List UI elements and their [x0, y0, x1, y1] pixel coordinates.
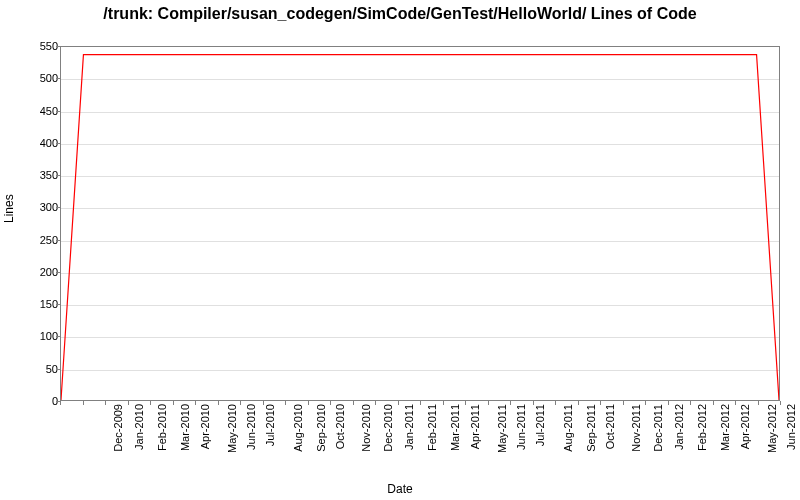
x-tick-mark: [150, 401, 151, 405]
x-tick-label: Aug-2010: [292, 404, 304, 452]
x-tick-label: Jun-2012: [785, 404, 797, 450]
x-tick-mark: [510, 401, 511, 405]
x-tick-mark: [375, 401, 376, 405]
x-tick-mark: [555, 401, 556, 405]
y-axis-label: Lines: [2, 194, 16, 223]
x-tick-mark: [465, 401, 466, 405]
x-tick-label: Jan-2012: [672, 404, 684, 450]
x-tick-label: Aug-2011: [562, 404, 574, 452]
y-tick-label: 400: [28, 137, 58, 148]
x-tick-label: Sep-2010: [314, 404, 326, 452]
x-tick-label: Dec-2009: [112, 404, 124, 452]
x-tick-mark: [240, 401, 241, 405]
x-axis-label: Date: [0, 482, 800, 496]
x-tick-mark: [420, 401, 421, 405]
y-tick-label: 200: [28, 266, 58, 277]
chart-container: /trunk: Compiler/susan_codegen/SimCode/G…: [0, 0, 800, 500]
x-tick-mark: [488, 401, 489, 405]
x-tick-mark: [218, 401, 219, 405]
x-tick-mark: [600, 401, 601, 405]
x-tick-mark: [173, 401, 174, 405]
x-tick-mark: [533, 401, 534, 405]
y-tick-label: 0: [28, 396, 58, 407]
x-tick-label: Jul-2011: [534, 404, 546, 446]
chart-title: /trunk: Compiler/susan_codegen/SimCode/G…: [0, 0, 800, 23]
line-series: [61, 47, 779, 400]
x-tick-mark: [398, 401, 399, 405]
x-tick-mark: [353, 401, 354, 405]
y-tick-label: 100: [28, 331, 58, 342]
x-tick-label: May-2011: [495, 404, 507, 453]
y-tick-label: 150: [28, 299, 58, 310]
x-tick-label: Apr-2011: [469, 404, 481, 449]
y-tick-label: 550: [28, 41, 58, 52]
x-tick-label: May-2010: [225, 404, 237, 453]
y-tick-label: 450: [28, 105, 58, 116]
x-tick-mark: [758, 401, 759, 405]
x-tick-label: Oct-2011: [604, 404, 616, 449]
x-tick-label: Apr-2012: [739, 404, 751, 449]
x-tick-label: Jun-2010: [245, 404, 257, 450]
y-tick-label: 50: [28, 363, 58, 374]
plot-area: [60, 46, 780, 401]
x-tick-mark: [713, 401, 714, 405]
x-tick-mark: [330, 401, 331, 405]
y-tick-label: 500: [28, 73, 58, 84]
x-tick-label: Sep-2011: [584, 404, 596, 452]
x-tick-mark: [285, 401, 286, 405]
x-tick-label: Nov-2010: [359, 404, 371, 452]
x-tick-mark: [308, 401, 309, 405]
y-tick-label: 300: [28, 202, 58, 213]
x-tick-label: Mar-2011: [449, 404, 461, 451]
x-tick-label: Nov-2011: [629, 404, 641, 452]
x-tick-mark: [195, 401, 196, 405]
x-tick-label: Jul-2010: [264, 404, 276, 446]
x-tick-mark: [105, 401, 106, 405]
x-tick-mark: [60, 401, 61, 405]
x-tick-mark: [128, 401, 129, 405]
x-tick-mark: [578, 401, 579, 405]
x-tick-mark: [780, 401, 781, 405]
x-tick-label: Jun-2011: [515, 404, 527, 450]
x-tick-mark: [623, 401, 624, 405]
x-tick-mark: [735, 401, 736, 405]
x-tick-mark: [443, 401, 444, 405]
x-tick-mark: [645, 401, 646, 405]
x-tick-label: Mar-2010: [179, 404, 191, 451]
x-tick-mark: [263, 401, 264, 405]
x-tick-label: Oct-2010: [334, 404, 346, 449]
x-tick-mark: [668, 401, 669, 405]
data-line: [61, 55, 779, 400]
x-tick-label: Dec-2011: [652, 404, 664, 452]
x-tick-label: Dec-2010: [382, 404, 394, 452]
x-tick-label: May-2012: [765, 404, 777, 453]
x-tick-label: Mar-2012: [719, 404, 731, 451]
x-tick-label: Feb-2011: [426, 404, 438, 451]
y-tick-label: 250: [28, 234, 58, 245]
y-tick-label: 350: [28, 170, 58, 181]
x-tick-label: Jan-2011: [402, 404, 414, 450]
x-tick-mark: [690, 401, 691, 405]
x-tick-label: Feb-2012: [696, 404, 708, 451]
x-tick-mark: [83, 401, 84, 405]
x-tick-label: Feb-2010: [156, 404, 168, 451]
x-tick-label: Apr-2010: [199, 404, 211, 449]
x-tick-label: Jan-2010: [132, 404, 144, 450]
